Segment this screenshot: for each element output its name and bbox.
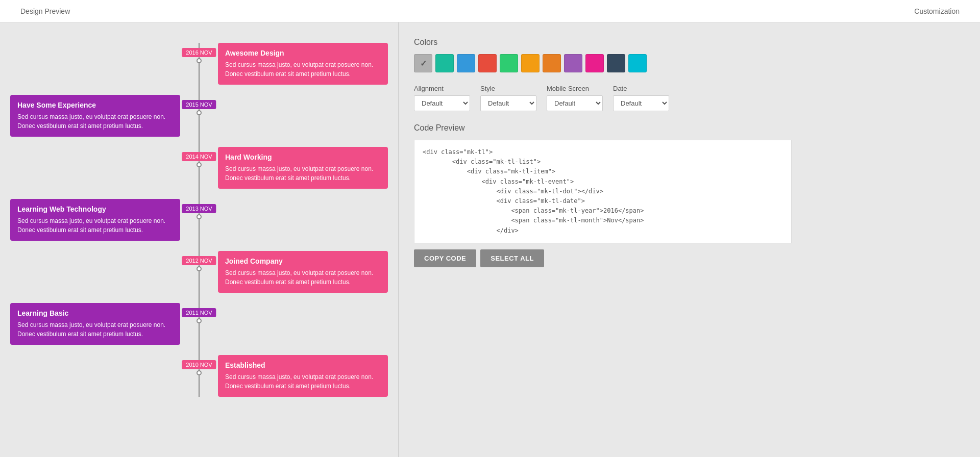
tl-dot-3 <box>197 162 202 167</box>
tl-title-7: Established <box>225 361 381 369</box>
tl-title-2: Have Some Experience <box>17 101 173 109</box>
style-group: Style Default <box>480 85 536 111</box>
date-group: Date Default <box>613 85 669 111</box>
color-swatch-dark[interactable] <box>607 54 625 72</box>
color-swatch-purple[interactable] <box>564 54 582 72</box>
color-swatch-teal[interactable] <box>435 54 454 72</box>
tl-body-3: Sed cursus massa justo, eu volutpat erat… <box>225 164 381 183</box>
tl-date-5: 2012 NOV <box>182 256 216 265</box>
color-swatch-blue[interactable] <box>457 54 475 72</box>
color-swatch-yellow[interactable] <box>521 54 540 72</box>
tl-body-6: Sed cursus massa justo, eu volutpat erat… <box>17 320 173 339</box>
tl-dot-2 <box>197 110 202 115</box>
tl-dot-7 <box>197 370 202 375</box>
code-actions: COPY CODE SELECT ALL <box>414 249 965 267</box>
tl-date-1: 2016 NOV <box>182 48 216 57</box>
tl-dot-6 <box>197 318 202 323</box>
tl-date-2: 2015 NOV <box>182 100 216 109</box>
customization-panel: Colors Alignment Default Style Default M… <box>399 22 980 457</box>
color-swatch-gray[interactable] <box>414 54 432 72</box>
tl-body-5: Sed cursus massa justo, eu volutpat erat… <box>225 268 381 287</box>
mobile-screen-label: Mobile Screen <box>547 85 603 92</box>
tl-title-4: Learning Web Technology <box>17 205 173 213</box>
color-swatch-orange[interactable] <box>543 54 561 72</box>
timeline-item-1: 2016 NOVAwesome DesignSed cursus massa j… <box>10 43 388 85</box>
code-preview-section: Code Preview <div class="mk-tl"> <div cl… <box>414 123 965 267</box>
code-preview-title: Code Preview <box>414 123 965 133</box>
color-swatch-green[interactable] <box>500 54 518 72</box>
tl-body-2: Sed cursus massa justo, eu volutpat erat… <box>17 112 173 131</box>
tl-dot-4 <box>197 214 202 219</box>
mobile-screen-group: Mobile Screen Default <box>547 85 603 111</box>
style-label: Style <box>480 85 536 92</box>
customization-tab[interactable]: Customization <box>914 7 960 15</box>
alignment-select[interactable]: Default <box>414 95 470 111</box>
timeline-item-6: 2011 NOVLearning BasicSed cursus massa j… <box>10 303 388 345</box>
tl-date-4: 2013 NOV <box>182 204 216 213</box>
tl-content-5: Joined CompanySed cursus massa justo, eu… <box>218 251 388 293</box>
tl-date-7: 2010 NOV <box>182 360 216 369</box>
tl-date-6: 2011 NOV <box>182 308 216 317</box>
tl-content-3: Hard WorkingSed cursus massa justo, eu v… <box>218 147 388 189</box>
tl-dot-5 <box>197 266 202 271</box>
timeline-item-7: 2010 NOVEstablishedSed cursus massa just… <box>10 355 388 397</box>
color-swatch-cyan[interactable] <box>628 54 647 72</box>
colors-title: Colors <box>414 38 965 47</box>
timeline-item-3: 2014 NOVHard WorkingSed cursus massa jus… <box>10 147 388 189</box>
date-label: Date <box>613 85 669 92</box>
tl-title-6: Learning Basic <box>17 309 173 317</box>
alignment-label: Alignment <box>414 85 470 92</box>
mobile-screen-select[interactable]: Default <box>547 95 603 111</box>
tl-content-1: Awesome DesignSed cursus massa justo, eu… <box>218 43 388 85</box>
tl-body-4: Sed cursus massa justo, eu volutpat erat… <box>17 216 173 235</box>
tl-title-1: Awesome Design <box>225 49 381 57</box>
preview-panel: 2016 NOVAwesome DesignSed cursus massa j… <box>0 22 398 457</box>
design-preview-tab[interactable]: Design Preview <box>20 7 70 15</box>
style-select[interactable]: Default <box>480 95 536 111</box>
tl-content-2: Have Some ExperienceSed cursus massa jus… <box>10 95 180 137</box>
tl-title-3: Hard Working <box>225 153 381 161</box>
tl-content-6: Learning BasicSed cursus massa justo, eu… <box>10 303 180 345</box>
copy-code-button[interactable]: COPY CODE <box>414 249 476 267</box>
timeline-item-5: 2012 NOVJoined CompanySed cursus massa j… <box>10 251 388 293</box>
color-swatch-red[interactable] <box>478 54 497 72</box>
code-preview-box: <div class="mk-tl"> <div class="mk-tl-li… <box>414 140 792 243</box>
color-swatch-pink[interactable] <box>585 54 604 72</box>
date-select[interactable]: Default <box>613 95 669 111</box>
tl-title-5: Joined Company <box>225 257 381 265</box>
timeline: 2016 NOVAwesome DesignSed cursus massa j… <box>10 43 388 397</box>
colors-row <box>414 54 965 72</box>
tl-dot-1 <box>197 58 202 63</box>
tl-content-7: EstablishedSed cursus massa justo, eu vo… <box>218 355 388 397</box>
tl-body-7: Sed cursus massa justo, eu volutpat erat… <box>225 372 381 391</box>
tl-content-4: Learning Web TechnologySed cursus massa … <box>10 199 180 241</box>
tl-body-1: Sed cursus massa justo, eu volutpat erat… <box>225 60 381 79</box>
timeline-item-2: 2015 NOVHave Some ExperienceSed cursus m… <box>10 95 388 137</box>
alignment-group: Alignment Default <box>414 85 470 111</box>
options-row: Alignment Default Style Default Mobile S… <box>414 85 965 111</box>
main-layout: 2016 NOVAwesome DesignSed cursus massa j… <box>0 22 980 457</box>
tl-date-3: 2014 NOV <box>182 152 216 161</box>
top-nav: Design Preview Customization <box>0 0 980 22</box>
timeline-item-4: 2013 NOVLearning Web TechnologySed cursu… <box>10 199 388 241</box>
select-all-button[interactable]: SELECT ALL <box>480 249 544 267</box>
